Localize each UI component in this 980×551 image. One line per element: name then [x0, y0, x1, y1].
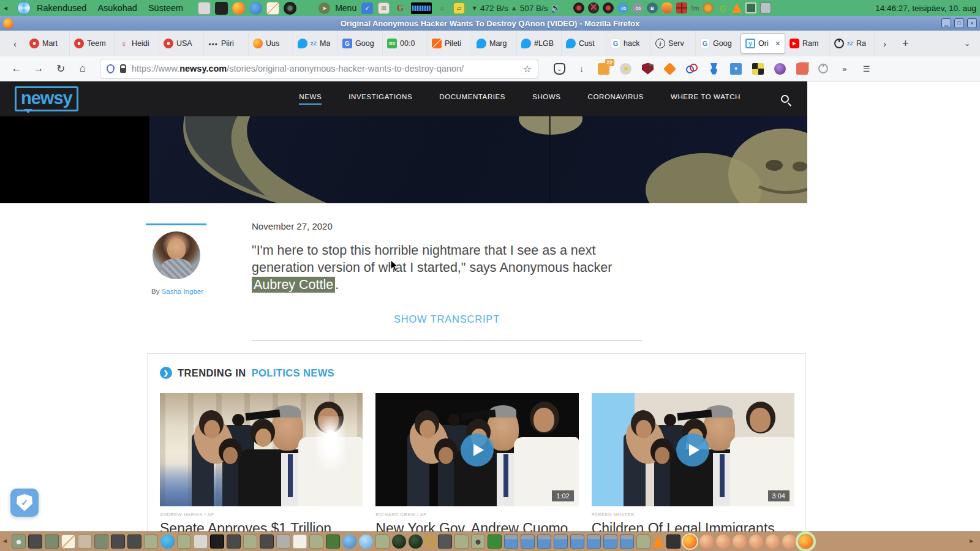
- task-button[interactable]: [409, 534, 423, 549]
- task-button[interactable]: [666, 534, 680, 549]
- signal-strength-icon[interactable]: -95: [617, 2, 628, 13]
- cookie-extension-icon[interactable]: [620, 63, 631, 75]
- task-button[interactable]: [782, 534, 796, 549]
- thunderbird-icon[interactable]: [249, 2, 262, 15]
- task-button[interactable]: [653, 536, 664, 547]
- tab[interactable]: ♀ Heidi: [115, 31, 159, 56]
- tab[interactable]: ▶ Ram: [785, 31, 830, 56]
- container-extension-icon[interactable]: [774, 63, 786, 75]
- tab[interactable]: Marg: [472, 31, 517, 56]
- metamask-fox-icon[interactable]: [664, 63, 676, 75]
- desktop-menu-item[interactable]: Asukohad: [97, 3, 137, 13]
- close-button[interactable]: ×: [967, 18, 977, 28]
- tab[interactable]: Mart: [25, 31, 70, 56]
- pocket-icon[interactable]: ⌄: [554, 63, 565, 75]
- site-search-icon[interactable]: [781, 95, 789, 103]
- task-button[interactable]: [636, 534, 650, 549]
- task-button[interactable]: [359, 534, 373, 549]
- webcam-icon[interactable]: [573, 2, 584, 13]
- notes-icon[interactable]: [266, 2, 279, 15]
- task-button[interactable]: [293, 534, 307, 549]
- task-button[interactable]: [454, 534, 469, 549]
- task-button[interactable]: [177, 534, 191, 549]
- site-nav-link[interactable]: CORONAVIRUS: [588, 93, 644, 105]
- show-transcript-link[interactable]: SHOW TRANSCRIPT: [252, 313, 642, 325]
- camera-app-icon[interactable]: [284, 2, 296, 15]
- task-button[interactable]: [425, 536, 435, 547]
- play-button-icon[interactable]: [676, 433, 709, 467]
- task-button[interactable]: [111, 534, 125, 549]
- tabs-scroll-right-button[interactable]: ›: [875, 39, 895, 49]
- power-extension-icon[interactable]: [818, 64, 828, 73]
- file-manager-icon[interactable]: [198, 2, 211, 15]
- author-link[interactable]: Sasha Ingber: [162, 288, 203, 295]
- colorpicker-grid-icon[interactable]: [752, 63, 764, 75]
- forward-button[interactable]: →: [29, 59, 48, 78]
- task-button[interactable]: [504, 534, 518, 549]
- tabs-scroll-left-button[interactable]: ‹: [5, 39, 25, 49]
- todo-checkbox-icon[interactable]: ✓: [361, 2, 373, 14]
- lock-icon[interactable]: [120, 68, 126, 73]
- shopping-extension-icon[interactable]: 22: [598, 63, 609, 75]
- chart-icon[interactable]: ▱: [453, 2, 465, 14]
- task-button[interactable]: [570, 534, 584, 549]
- link-rings-icon[interactable]: [686, 63, 698, 75]
- tab-close-icon[interactable]: ×: [775, 39, 780, 48]
- task-button[interactable]: [342, 534, 356, 549]
- task-button[interactable]: [45, 534, 59, 549]
- tab[interactable]: Cust: [562, 31, 606, 56]
- task-button[interactable]: [61, 534, 75, 549]
- tab[interactable]: ●●● Piiri: [204, 31, 249, 56]
- task-button[interactable]: [392, 534, 406, 549]
- task-button[interactable]: [799, 534, 813, 549]
- task-button[interactable]: [699, 534, 714, 549]
- task-button[interactable]: [326, 534, 340, 549]
- task-button[interactable]: [587, 534, 601, 549]
- tab[interactable]: zZ Ma: [293, 31, 338, 56]
- bluetooth-icon[interactable]: B: [647, 2, 658, 13]
- audio-waveform-icon[interactable]: [411, 2, 432, 14]
- video-player[interactable]: [0, 116, 807, 203]
- terminal-icon[interactable]: [215, 2, 228, 15]
- adblock-shield-icon[interactable]: 13: [642, 63, 654, 75]
- bookmark-star-icon[interactable]: ☆: [523, 63, 532, 75]
- tab[interactable]: zZ Ra: [830, 31, 875, 56]
- task-button[interactable]: [488, 534, 502, 549]
- task-button[interactable]: [227, 534, 241, 549]
- task-button[interactable]: [716, 534, 730, 549]
- panel-collapse-arrow[interactable]: ◂: [4, 4, 11, 12]
- flame-icon[interactable]: [662, 2, 673, 13]
- app-finder-icon[interactable]: [17, 1, 31, 15]
- desktop-menu-item[interactable]: Süsteem: [148, 3, 183, 13]
- video-thumbnail[interactable]: 1:02: [375, 393, 578, 506]
- mail-clock-icon[interactable]: ✉: [378, 2, 390, 14]
- tab[interactable]: #LGB: [517, 31, 562, 56]
- task-button[interactable]: [438, 534, 452, 549]
- list-all-tabs-button[interactable]: ⌄: [964, 39, 975, 48]
- taskbar-nav-right[interactable]: [970, 534, 977, 549]
- newsy-logo[interactable]: newsy: [15, 86, 78, 111]
- signal-strength-icon[interactable]: -56: [632, 2, 643, 13]
- task-button[interactable]: [127, 534, 141, 549]
- task-button[interactable]: [766, 534, 780, 549]
- medal-icon[interactable]: [708, 63, 720, 75]
- site-nav-link[interactable]: DOCUMENTARIES: [439, 93, 505, 105]
- task-button[interactable]: [375, 534, 390, 549]
- tab[interactable]: Pileti: [428, 31, 472, 56]
- downloads-icon[interactable]: ↓: [576, 63, 587, 75]
- task-button[interactable]: [144, 534, 158, 549]
- task-button[interactable]: [733, 534, 747, 549]
- translate-doc-icon[interactable]: ▾: [730, 63, 742, 75]
- privacy-shield-fab[interactable]: ✓: [10, 489, 39, 517]
- new-tab-button[interactable]: +: [895, 37, 916, 50]
- task-button[interactable]: [276, 534, 290, 549]
- video-card[interactable]: ANDREW HARNIK / AP Senate Approves $1 Tr…: [160, 393, 363, 531]
- task-button[interactable]: [28, 534, 42, 549]
- firefox-icon[interactable]: [232, 2, 245, 15]
- tab[interactable]: USA: [159, 31, 204, 56]
- url-text[interactable]: https://www.newsy.com/stories/original-a…: [132, 64, 518, 73]
- desktop-menu-item[interactable]: Rakendused: [37, 3, 86, 13]
- task-button[interactable]: [12, 534, 26, 549]
- tab[interactable]: G Goog: [338, 31, 383, 56]
- site-nav-link[interactable]: NEWS: [299, 93, 322, 105]
